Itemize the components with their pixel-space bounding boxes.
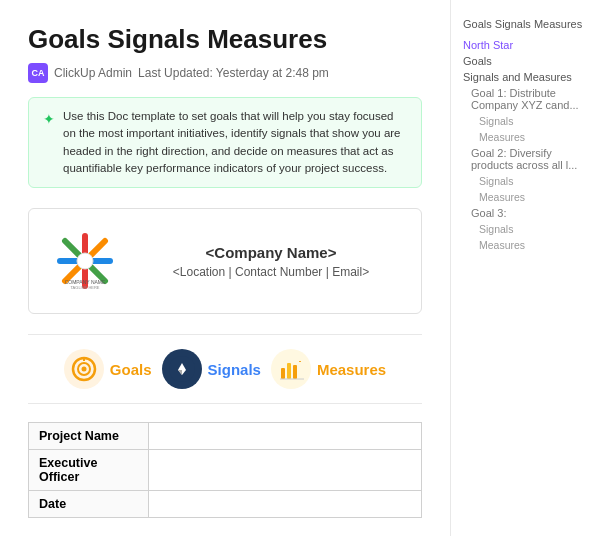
- sidebar-item-goal2-measures[interactable]: Measures: [463, 189, 588, 205]
- table-row-project: Project Name: [29, 423, 422, 450]
- table-label-officer: Executive Officer: [29, 450, 149, 491]
- svg-text:TAGLINE HERE: TAGLINE HERE: [70, 285, 99, 290]
- table-value-date: [149, 491, 422, 518]
- measures-icon: [278, 356, 304, 382]
- author-row: CA ClickUp Admin Last Updated: Yesterday…: [28, 63, 422, 83]
- company-name: <Company Name>: [141, 244, 401, 261]
- sidebar-item-signals-measures[interactable]: Signals and Measures: [463, 69, 588, 85]
- table-row-officer: Executive Officer: [29, 450, 422, 491]
- sidebar-item-goals[interactable]: Goals: [463, 53, 588, 69]
- table-label-project: Project Name: [29, 423, 149, 450]
- measures-label: Measures: [317, 361, 386, 378]
- goals-circle: [64, 349, 104, 389]
- sidebar-item-north-star[interactable]: North Star: [463, 37, 588, 53]
- table-value-project: [149, 423, 422, 450]
- sidebar-item-goal2[interactable]: Goal 2: Diversify products across all l.…: [463, 145, 588, 173]
- sidebar-item-goal3-signals[interactable]: Signals: [463, 221, 588, 237]
- svg-rect-14: [287, 363, 291, 379]
- sidebar-item-goal1-signals[interactable]: Signals: [463, 113, 588, 129]
- signals-icon: [169, 356, 195, 382]
- company-info: <Company Name> <Location | Contact Numbe…: [141, 244, 401, 279]
- svg-point-10: [81, 367, 86, 372]
- icons-row: Goals Signals: [28, 334, 422, 404]
- table-value-officer: [149, 450, 422, 491]
- info-table: Project Name Executive Officer Date: [28, 422, 422, 518]
- svg-rect-15: [293, 365, 297, 379]
- company-details: <Location | Contact Number | Email>: [141, 265, 401, 279]
- signals-circle: [162, 349, 202, 389]
- info-box: ✦ Use this Doc template to set goals tha…: [28, 97, 422, 188]
- main-content: Goals Signals Measures CA ClickUp Admin …: [0, 0, 450, 536]
- author-name: ClickUp Admin: [54, 66, 132, 80]
- table-label-date: Date: [29, 491, 149, 518]
- table-row-date: Date: [29, 491, 422, 518]
- company-logo: COMPANY NAME TAGLINE HERE: [49, 225, 121, 297]
- goals-icon-item: Goals: [64, 349, 152, 389]
- info-text: Use this Doc template to set goals that …: [63, 108, 407, 177]
- signals-label: Signals: [208, 361, 261, 378]
- page-title: Goals Signals Measures: [28, 24, 422, 55]
- svg-rect-16: [299, 361, 301, 362]
- sidebar-item-goals-signals-measures[interactable]: Goals Signals Measures: [463, 16, 588, 32]
- measures-icon-item: Measures: [271, 349, 386, 389]
- goals-label: Goals: [110, 361, 152, 378]
- sidebar: Goals Signals Measures North Star Goals …: [450, 0, 600, 536]
- author-avatar: CA: [28, 63, 48, 83]
- sidebar-item-goal3-measures[interactable]: Measures: [463, 237, 588, 253]
- sidebar-item-goal3[interactable]: Goal 3:: [463, 205, 588, 221]
- goals-icon: [71, 356, 97, 382]
- last-updated: Last Updated: Yesterday at 2:48 pm: [138, 66, 329, 80]
- signals-icon-item: Signals: [162, 349, 261, 389]
- info-icon: ✦: [43, 109, 55, 177]
- sidebar-item-goal1[interactable]: Goal 1: Distribute Company XYZ cand...: [463, 85, 588, 113]
- sidebar-item-goal2-signals[interactable]: Signals: [463, 173, 588, 189]
- company-card: COMPANY NAME TAGLINE HERE <Company Name>…: [28, 208, 422, 314]
- svg-rect-13: [281, 368, 285, 379]
- measures-circle: [271, 349, 311, 389]
- company-logo-svg: COMPANY NAME TAGLINE HERE: [50, 226, 120, 296]
- sidebar-item-goal1-measures[interactable]: Measures: [463, 129, 588, 145]
- svg-point-5: [77, 253, 93, 269]
